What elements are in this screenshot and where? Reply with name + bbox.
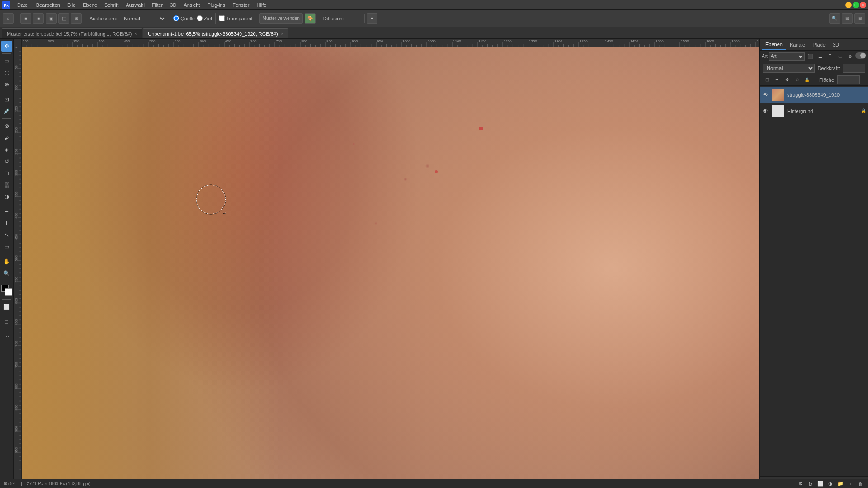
lock-pixel-btn[interactable]: ✒ [773,76,782,84]
tab-unbenannt[interactable]: Unbenannt-1 bei 65,5% (struggle-3805349_… [143,28,288,38]
canvas-viewport[interactable]: ↔ [22,47,760,488]
panel-tab-kanaele[interactable]: Kanäle [786,40,809,49]
filter-type-btn[interactable]: T [826,52,835,61]
muster-btn[interactable]: Muster verwenden [259,13,303,24]
menu-bearbeiten[interactable]: Bearbeiten [33,1,64,9]
marquee-tool[interactable]: ▭ [1,56,12,66]
type-tool[interactable]: T [1,218,12,229]
screen-mode-tool[interactable]: □ [1,316,12,327]
toolbar-sep-4 [215,13,216,24]
filter-adjust-btn[interactable]: ☰ [816,52,825,61]
maximize-button[interactable]: □ [853,2,859,8]
path-select-tool[interactable]: ↖ [1,230,12,240]
crop-tool[interactable]: ⊡ [1,94,12,105]
layout-icon[interactable]: ⊞ [854,13,865,24]
tab-unbenannt-label: Unbenannt-1 bei 65,5% (struggle-3805349_… [148,31,278,37]
spot-heal-tool[interactable]: ⊗ [1,121,12,131]
gradient-tool[interactable]: ▒ [1,179,12,190]
muster-icon-btn[interactable]: 🎨 [305,13,316,24]
history-brush-tool[interactable]: ↺ [1,156,12,167]
pen-tool[interactable]: ✒ [1,206,12,217]
tool-option-4[interactable]: ◫ [58,13,69,24]
tool-option-2[interactable]: ■ [33,13,44,24]
panel-tab-ebenen[interactable]: Ebenen [762,40,786,50]
menu-bild[interactable]: Bild [64,1,79,9]
status-icon-5[interactable]: 📁 [836,480,844,488]
tool-option-1[interactable]: ■ [20,13,31,24]
brush-tool[interactable]: 🖌 [1,132,12,143]
status-icon-1[interactable]: ⚙ [797,480,805,488]
tool-option-5[interactable]: ⊞ [71,13,82,24]
top-ruler-canvas [22,39,760,47]
menu-schrift[interactable]: Schrift [101,1,122,9]
status-separator-1: | [21,481,22,486]
menu-3d[interactable]: 3D [166,1,180,9]
search-icon[interactable]: 🔍 [829,13,840,24]
toolbar-sep-3 [170,13,170,24]
dodge-tool[interactable]: ◑ [1,191,12,202]
zoom-tool[interactable]: 🔍 [1,268,12,279]
layer-visibility-2[interactable]: 👁 [762,108,769,115]
tab-muster-close[interactable]: × [134,31,137,36]
deckkraft-input[interactable]: 100% [843,64,865,73]
quelle-checkbox[interactable]: Quelle [173,15,195,21]
status-icon-7[interactable]: 🗑 [856,480,864,488]
menu-fenster[interactable]: Fenster [229,1,253,9]
status-icon-6[interactable]: + [846,480,854,488]
mode-select[interactable]: Normal Inhaltsbewusst [120,14,166,23]
quick-select-tool[interactable]: ⊕ [1,79,12,90]
home-button[interactable]: ⌂ [3,13,14,24]
move-tool[interactable]: ✥ [1,41,12,52]
panel-tab-pfade[interactable]: Pfade [809,40,829,49]
background-color[interactable] [5,288,12,296]
tool-sep-7 [2,299,11,300]
lock-artboard-btn[interactable]: ⊕ [793,76,802,84]
tab-unbenannt-close[interactable]: × [281,31,283,36]
tab-muster[interactable]: Muster erstellen.psdc bei 15,7% (Farbfül… [2,28,142,38]
menu-ansicht[interactable]: Ansicht [180,1,203,9]
status-icon-4[interactable]: ◑ [826,480,835,488]
diffusion-dropdown[interactable]: ▾ [367,13,377,24]
eyedropper-tool[interactable]: 💉 [1,106,12,117]
close-button[interactable]: × [860,2,866,8]
menu-plugins[interactable]: Plug-ins [203,1,229,9]
blend-mode-select[interactable]: Normal [763,64,815,73]
tab-muster-label: Muster erstellen.psdc bei 15,7% (Farbfül… [7,31,132,37]
menu-datei[interactable]: Datei [14,1,33,9]
tool-option-3[interactable]: ▣ [46,13,57,24]
mask-mode-tool[interactable]: ⬜ [1,301,12,312]
arrange-icon[interactable]: ⊟ [842,13,853,24]
filter-shape-btn[interactable]: ▭ [835,52,844,61]
zoom-level: 65,5% [4,481,16,486]
eraser-tool[interactable]: ◻ [1,168,12,178]
menu-hilfe[interactable]: Hilfe [253,1,270,9]
panel-tab-3d[interactable]: 3D [829,40,843,49]
menu-ebene[interactable]: Ebene [79,1,101,9]
filter-type-select[interactable]: Art [769,52,805,61]
diffusion-input[interactable]: 5 [347,14,365,23]
layer-item-hintergrund[interactable]: 👁 Hintergrund 🔒 [760,103,868,119]
clone-tool[interactable]: ◈ [1,144,12,155]
layers-mode-row: Normal Deckkraft: 100% [760,62,868,74]
hand-tool[interactable]: ✋ [1,256,12,267]
lock-position-btn[interactable]: ✥ [783,76,792,84]
minimize-button[interactable]: − [845,2,852,8]
extra-options-tool[interactable]: ⋯ [1,331,12,342]
status-icon-3[interactable]: ⬜ [816,480,825,488]
layer-visibility-1[interactable]: 👁 [762,91,769,99]
filter-smart-btn[interactable]: ⊕ [845,52,854,61]
menu-filter[interactable]: Filter [148,1,166,9]
lock-all-btn[interactable]: 🔒 [802,76,811,84]
lasso-tool[interactable]: ◌ [1,67,12,78]
status-icon-2[interactable]: fx [807,480,815,488]
tool-sep-6 [2,281,11,281]
menu-auswahl[interactable]: Auswahl [122,1,148,9]
transparent-checkbox[interactable]: Transparent [219,15,253,21]
filter-pixel-btn[interactable]: ⬛ [806,52,815,61]
lock-transparent-btn[interactable]: ⊡ [763,76,772,84]
layer-item-struggle[interactable]: 👁 struggle-3805349_1920 [760,87,868,103]
flaeche-input[interactable]: 100% [837,75,860,84]
ziel-checkbox[interactable]: Ziel [197,15,212,21]
shape-tool[interactable]: ▭ [1,241,12,252]
filter-toggle[interactable] [855,52,866,59]
